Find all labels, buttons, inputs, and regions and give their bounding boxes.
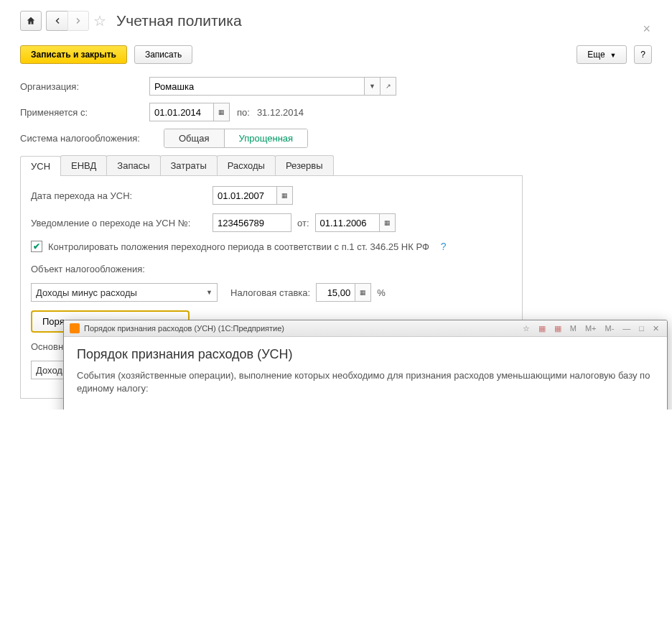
tabs: УСН ЕНВД Запасы Затраты Расходы Резервы [20,155,523,176]
notice-from-cal-btn[interactable]: ▦ [380,213,396,232]
rate-input[interactable] [316,283,355,302]
favorite-icon[interactable]: ☆ [93,12,106,29]
tab-envd[interactable]: ЕНВД [60,155,107,175]
org-label: Организация: [20,81,149,92]
tax-system-toggle: Общая Упрощенная [164,129,308,148]
object-label: Объект налогообложения: [31,264,145,274]
notice-label: Уведомление о переходе на УСН №: [31,218,207,228]
dialog-titlebar: Порядок признания расходов (УСН) (1С:Пре… [64,320,667,337]
command-bar: Записать и закрыть Записать Еще ▼ ? [20,45,652,64]
rate-label: Налоговая ставка: [230,287,310,298]
help-button[interactable]: ? [634,45,652,64]
help-icon[interactable]: ? [441,241,447,252]
notice-number-input[interactable] [213,213,291,232]
tax-system-label: Система налогообложения: [20,133,164,144]
maximize-button[interactable]: □ [637,324,646,333]
transition-date-cal-btn[interactable]: ▦ [277,186,293,205]
control-text: Контролировать положения переходного пер… [48,241,429,252]
mplus-tool[interactable]: M+ [583,324,599,333]
notice-from-input[interactable] [315,213,380,232]
dialog-heading: Порядок признания расходов (УСН) [77,347,654,362]
save-close-button[interactable]: Записать и закрыть [20,45,127,64]
section-goods: Расходы на приобретение товаров: [376,408,654,410]
date-from-input[interactable] [149,103,214,121]
org-open-btn[interactable]: ↗ [381,77,396,96]
tab-zatraty[interactable]: Затраты [160,155,218,175]
forward-button[interactable] [67,11,89,31]
object-select[interactable]: Доходы минус расходы▼ [31,283,218,302]
calendar-tool-icon[interactable]: ▦ [552,324,564,333]
close-icon[interactable]: × [643,22,650,37]
top-toolbar: ☆ Учетная политика × [20,11,652,31]
transition-date-input[interactable] [213,186,277,205]
close-button[interactable]: ✕ [650,324,661,333]
org-dropdown-btn[interactable]: ▼ [365,77,381,96]
tax-general-option[interactable]: Общая [164,129,225,147]
save-button[interactable]: Записать [134,45,192,64]
tab-rezervy[interactable]: Резервы [275,155,334,175]
tab-usn[interactable]: УСН [20,156,61,176]
org-input[interactable] [149,77,365,96]
dialog-title-text: Порядок признания расходов (УСН) (1С:Пре… [84,324,284,333]
applied-to-label: по: [237,107,250,118]
rate-stepper-btn[interactable]: ▦ [355,283,371,302]
section-material: Материальные расходы: [77,408,355,410]
mminus-tool[interactable]: M- [603,324,617,333]
tax-simplified-option[interactable]: Упрощенная [225,129,308,147]
percent-label: % [377,287,386,298]
fav-tool-icon[interactable]: ☆ [521,324,532,333]
control-checkbox[interactable] [31,241,42,252]
app-icon [70,323,80,333]
order-recognition-dialog: Порядок признания расходов (УСН) (1С:Пре… [63,320,668,410]
calc-tool-icon[interactable]: ▦ [536,324,548,333]
tab-rashody[interactable]: Расходы [217,155,276,175]
back-button[interactable] [46,11,67,31]
dialog-description: События (хозяйственные операции), выполн… [77,369,654,395]
notice-from-label: от: [297,218,309,228]
page-title: Учетная политика [116,12,242,29]
minimize-button[interactable]: — [620,324,633,333]
home-button[interactable] [20,11,42,31]
date-from-cal-btn[interactable]: ▦ [214,103,230,121]
applied-from-label: Применяется с: [20,107,149,118]
tab-zapasy[interactable]: Запасы [106,155,160,175]
m-tool[interactable]: M [568,324,579,333]
applied-to-value: 31.12.2014 [257,107,304,118]
transition-date-label: Дата перехода на УСН: [31,190,207,201]
more-button[interactable]: Еще ▼ [577,45,627,64]
